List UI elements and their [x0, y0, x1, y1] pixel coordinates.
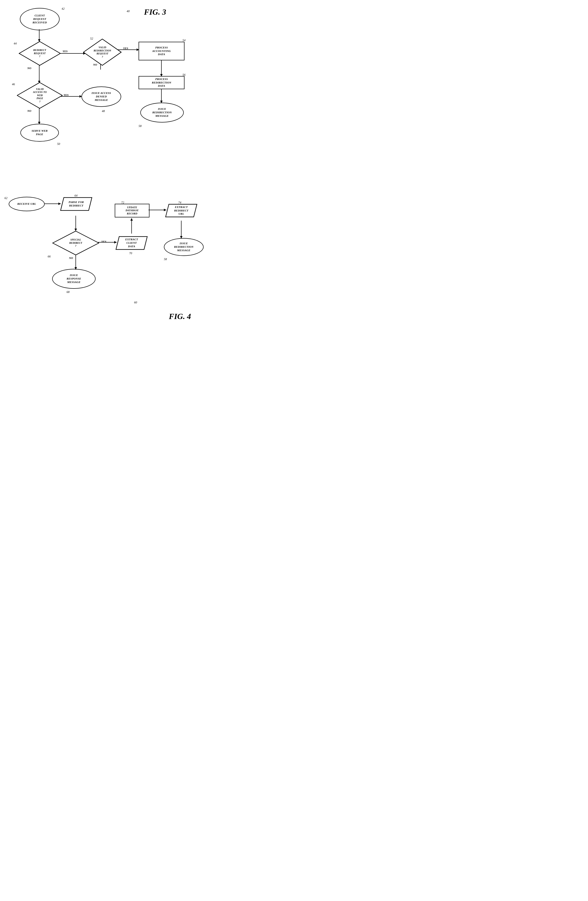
arrow-yes1: YES	[62, 50, 67, 53]
receive-url-node: RECEIVE URL	[9, 197, 45, 211]
special-redirect-node: SPECIAL REDIRECT ?	[52, 231, 99, 256]
issue-redirection2-label: ISSUE REDIRECTION MESSAGE	[174, 242, 193, 252]
issue-redirection2-node: ISSUE REDIRECTION MESSAGE	[164, 238, 204, 256]
ref-40: 40	[127, 9, 130, 13]
ref-46: 46	[12, 83, 15, 86]
diagram-container: FIG. 3 40 CLIENT REQUEST RECEIVED 42 RED…	[0, 0, 221, 338]
arrow-no1: NO	[27, 67, 31, 70]
ref-72: 72	[121, 201, 124, 204]
parse-redirect-node: PARSE FOR REDIRECT	[60, 197, 92, 211]
ref-54: 54	[182, 39, 185, 42]
arrow-yes3: YES	[64, 94, 68, 97]
arrow-no3: NO	[27, 109, 31, 112]
client-request-label: CLIENT REQUEST RECEIVED	[33, 14, 47, 24]
ref-60: 60	[134, 301, 137, 304]
ref-58b: 58	[164, 257, 167, 261]
arrow-no-fig4: NO	[69, 256, 73, 259]
arrow-yes-fig4: YES	[101, 240, 106, 243]
process-redirection-label: PROCESS REDIRECTION DATA	[152, 78, 171, 88]
extract-client-label: EXTRACT CLIENT DATA	[125, 238, 138, 248]
ref-50: 50	[57, 142, 60, 146]
redirect-request-node: REDIRECT REQUEST ?	[19, 41, 61, 66]
issue-access-denied-node: ISSUE ACCESS DENIED MESSAGE	[81, 86, 121, 107]
issue-response-label: ISSUE RESPONSE MESSAGE	[67, 274, 81, 284]
special-redirect-label: SPECIAL REDIRECT ?	[69, 238, 82, 248]
fig4-title: FIG. 4	[169, 312, 191, 321]
valid-redirection-label: VALID REDIRECTION REQUEST ?	[93, 46, 111, 58]
issue-response-node: ISSUE RESPONSE MESSAGE	[52, 269, 96, 289]
ref-68: 68	[67, 290, 70, 294]
fig3-title: FIG. 3	[144, 8, 166, 17]
update-database-label: UPDATE DATABASE RECORD	[126, 206, 139, 215]
ref-66: 66	[48, 255, 51, 259]
valid-redirection-node: VALID REDIRECTION REQUEST ?	[83, 39, 122, 66]
serve-web-page-node: SERVE WEB PAGE	[20, 124, 59, 142]
svg-marker-26	[131, 218, 133, 221]
valid-access-node: VALID ACCESS TO WEB PAGE ?	[17, 82, 63, 109]
process-redirection-node: PROCESS REDIRECTION DATA	[138, 76, 185, 89]
ref-52: 52	[90, 37, 93, 41]
extract-client-node: EXTRACT CLIENT DATA	[115, 236, 148, 250]
ref-42: 42	[62, 7, 65, 11]
redirect-request-label: REDIRECT REQUEST ?	[33, 49, 46, 58]
ref-62: 62	[5, 196, 8, 200]
ref-56: 56	[182, 73, 185, 77]
arrow-yes2: YES	[123, 47, 128, 50]
client-request-node: CLIENT REQUEST RECEIVED	[20, 8, 60, 30]
ref-74: 74	[178, 201, 181, 204]
extract-redirect-label: EXTRACT REDIRECT URL	[174, 206, 188, 216]
ref-44: 44	[14, 42, 17, 45]
receive-url-label: RECEIVE URL	[17, 202, 36, 206]
ref-64: 64	[75, 194, 78, 198]
arrow-no2: NO	[93, 63, 97, 66]
serve-web-page-label: SERVE WEB PAGE	[31, 129, 47, 136]
parse-redirect-label: PARSE FOR REDIRECT	[68, 201, 84, 207]
ref-58: 58	[138, 124, 142, 128]
update-database-node: UPDATE DATABASE RECORD	[115, 204, 149, 217]
process-accounting-node: PROCESS ACCOUNTING DATA	[138, 42, 185, 60]
issue-redirection-label: ISSUE REDIRECTION MESSAGE	[152, 108, 171, 117]
ref-48: 48	[102, 109, 105, 113]
issue-redirection-node: ISSUE REDIRECTION MESSAGE	[140, 103, 184, 123]
ref-70: 70	[129, 251, 132, 255]
valid-access-label: VALID ACCESS TO WEB PAGE ?	[33, 88, 47, 103]
extract-redirect-node: EXTRACT REDIRECT URL	[165, 204, 198, 217]
process-accounting-label: PROCESS ACCOUNTING DATA	[152, 46, 171, 56]
issue-access-denied-label: ISSUE ACCESS DENIED MESSAGE	[92, 92, 111, 101]
